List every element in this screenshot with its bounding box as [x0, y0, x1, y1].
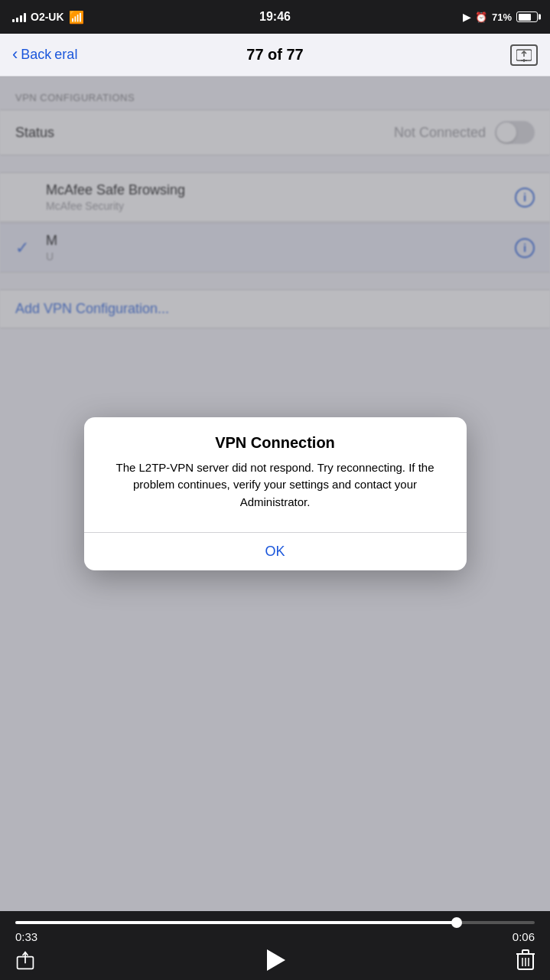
play-button[interactable]	[267, 949, 285, 971]
status-bar-time: 19:46	[259, 10, 291, 24]
status-bar: O2-UK 📶 19:46 ▶ ⏰ 71%	[0, 0, 550, 34]
remaining-time: 0:06	[513, 930, 535, 943]
status-bar-left: O2-UK 📶	[12, 10, 84, 24]
carrier-name: O2-UK	[31, 11, 64, 23]
media-controls	[15, 949, 535, 971]
share-button[interactable]	[15, 950, 35, 970]
back-chevron-icon: ‹	[12, 44, 18, 64]
dialog-ok-button[interactable]: OK	[84, 533, 467, 570]
time-row: 0:33 0:06	[15, 930, 535, 943]
svg-rect-8	[522, 950, 529, 954]
battery-percent: 71%	[492, 11, 512, 23]
media-bar: 0:33 0:06	[0, 911, 550, 980]
alarm-icon: ⏰	[475, 11, 487, 23]
back-button[interactable]: ‹ Backeral	[12, 46, 77, 64]
trash-icon	[516, 949, 535, 971]
location-icon: ▶	[463, 11, 470, 23]
back-tint: eral	[54, 47, 77, 63]
progress-knob[interactable]	[451, 917, 462, 928]
back-label: Back	[21, 47, 51, 63]
dialog-actions: OK	[84, 533, 467, 570]
signal-bars	[12, 11, 26, 22]
progress-fill	[15, 921, 457, 924]
dialog-content: VPN Connection The L2TP-VPN server did n…	[84, 417, 467, 519]
nav-title: 77 of 77	[246, 46, 303, 64]
wifi-icon: 📶	[69, 10, 84, 24]
battery-icon	[516, 11, 538, 22]
delete-button[interactable]	[516, 949, 535, 971]
current-time: 0:33	[15, 930, 37, 943]
nav-bar: ‹ Backeral 77 of 77	[0, 34, 550, 77]
dialog-message: The L2TP-VPN server did not respond. Try…	[103, 459, 448, 511]
main-content: VPN CONFIGURATIONS Status Not Connected …	[0, 77, 550, 911]
dialog-overlay: VPN Connection The L2TP-VPN server did n…	[0, 77, 550, 911]
dialog-title: VPN Connection	[103, 434, 448, 452]
share-icon	[15, 950, 35, 970]
status-bar-right: ▶ ⏰ 71%	[463, 11, 538, 23]
action-icon[interactable]	[510, 44, 538, 66]
progress-bar[interactable]	[15, 921, 535, 924]
vpn-connection-dialog: VPN Connection The L2TP-VPN server did n…	[84, 417, 467, 571]
play-icon	[267, 949, 285, 971]
screen-icon	[516, 48, 532, 62]
